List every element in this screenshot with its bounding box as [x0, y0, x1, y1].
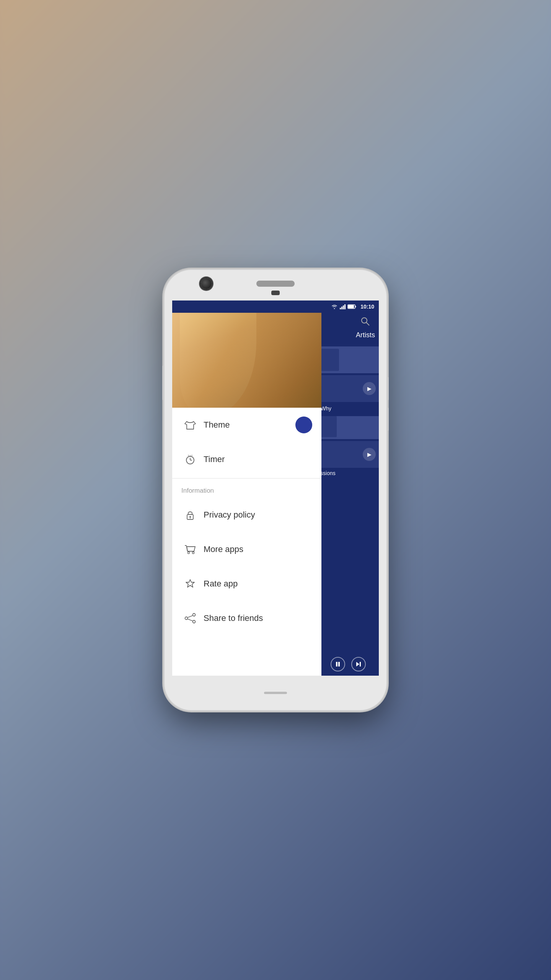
- timer-icon: [181, 451, 199, 468]
- svg-rect-12: [360, 662, 361, 666]
- status-bar: 10:10: [172, 301, 379, 313]
- drawer: ♪ Theme: [172, 301, 321, 676]
- svg-rect-5: [348, 305, 354, 308]
- svg-rect-1: [341, 307, 342, 309]
- music-item-2[interactable]: ▶: [318, 375, 379, 402]
- svg-rect-3: [344, 304, 346, 309]
- player-bar: [318, 653, 379, 676]
- svg-rect-2: [343, 305, 344, 309]
- play-button[interactable]: ▶: [363, 382, 376, 395]
- theme-menu-item[interactable]: Theme: [172, 408, 321, 442]
- svg-line-8: [366, 322, 369, 325]
- theme-toggle[interactable]: [295, 416, 312, 433]
- share-to-friends-label: Share to friends: [204, 613, 312, 623]
- more-apps-menu-item[interactable]: More apps: [172, 532, 321, 567]
- pause-button[interactable]: [331, 657, 345, 671]
- app-background: Artists ▶ Why ▶: [318, 301, 379, 676]
- svg-rect-6: [355, 306, 356, 307]
- play-button-2[interactable]: ▶: [363, 448, 376, 461]
- power-button[interactable]: [162, 366, 164, 400]
- menu-section: Theme: [172, 408, 321, 676]
- volume-down-button[interactable]: [387, 408, 389, 431]
- share-icon: [181, 609, 199, 627]
- music-thumb: [321, 349, 339, 371]
- wifi-icon: [331, 304, 338, 309]
- privacy-policy-label: Privacy policy: [204, 510, 312, 520]
- svg-line-15: [188, 455, 189, 456]
- music-item-4[interactable]: ▶: [318, 441, 379, 468]
- theme-label: Theme: [204, 420, 295, 430]
- front-sensor: [271, 291, 280, 295]
- rate-app-menu-item[interactable]: Rate app: [172, 567, 321, 601]
- lock-icon: [181, 506, 199, 524]
- speaker: [256, 281, 295, 287]
- svg-marker-25: [186, 580, 194, 587]
- camera: [201, 278, 212, 289]
- svg-rect-0: [340, 308, 341, 309]
- theme-icon: [181, 416, 199, 434]
- search-icon[interactable]: [360, 317, 371, 327]
- drawer-header-image: ♪: [172, 301, 321, 408]
- music-item-3[interactable]: [318, 416, 379, 439]
- share-menu-item[interactable]: Share to friends: [172, 601, 321, 635]
- divider: [172, 478, 321, 479]
- svg-line-30: [188, 619, 193, 621]
- rate-app-label: Rate app: [204, 579, 312, 589]
- svg-marker-11: [356, 662, 359, 666]
- why-label: Why: [318, 403, 379, 414]
- phone-top-bar: [165, 270, 386, 301]
- svg-point-20: [189, 516, 191, 518]
- more-apps-label: More apps: [204, 544, 312, 554]
- information-section-header: Information: [172, 480, 321, 498]
- screen: 10:10 Artists ▶: [172, 301, 379, 676]
- svg-point-24: [192, 552, 194, 554]
- music-item-1[interactable]: [318, 346, 379, 373]
- sessions-label: issions: [318, 468, 379, 479]
- status-time: 10:10: [360, 304, 374, 310]
- svg-line-29: [188, 616, 193, 617]
- svg-point-23: [188, 552, 190, 554]
- timer-menu-item[interactable]: Timer: [172, 442, 321, 477]
- timer-label: Timer: [204, 454, 312, 464]
- svg-point-7: [362, 318, 367, 323]
- svg-point-28: [193, 621, 196, 623]
- signal-icon: [340, 304, 346, 309]
- privacy-policy-menu-item[interactable]: Privacy policy: [172, 498, 321, 532]
- svg-rect-10: [338, 662, 340, 666]
- phone-bottom-bar: [165, 676, 386, 710]
- svg-rect-9: [336, 662, 337, 666]
- artists-label: Artists: [356, 331, 375, 339]
- cart-icon: [181, 541, 199, 558]
- phone-shell: 10:10 Artists ▶: [165, 270, 386, 710]
- svg-point-26: [193, 614, 196, 616]
- status-icons: 10:10: [331, 304, 374, 310]
- svg-point-27: [185, 617, 188, 620]
- home-indicator: [264, 692, 287, 694]
- svg-line-16: [192, 455, 192, 456]
- skip-forward-button[interactable]: [351, 657, 366, 671]
- volume-up-button[interactable]: [387, 377, 389, 400]
- battery-icon: [348, 304, 356, 309]
- star-icon: [181, 575, 199, 593]
- header-overlay: [172, 301, 321, 408]
